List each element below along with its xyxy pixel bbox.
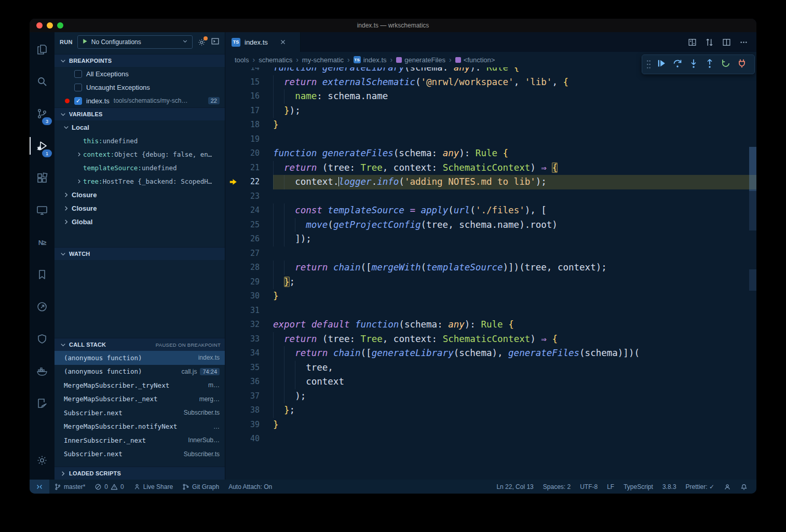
code-text[interactable]: return chain([generateLibrary(schema), g… bbox=[273, 346, 756, 361]
gutter[interactable]: 28 bbox=[225, 261, 273, 275]
code-text[interactable] bbox=[273, 189, 756, 204]
gutter[interactable]: 14 bbox=[225, 67, 273, 75]
checkbox[interactable] bbox=[74, 70, 82, 78]
variable-row[interactable]: templateSource: undefined bbox=[55, 161, 225, 174]
breadcrumb-item[interactable]: tools bbox=[235, 56, 249, 64]
breadcrumb-item[interactable]: my-schematic bbox=[302, 56, 344, 64]
debug-console-icon[interactable] bbox=[211, 37, 220, 47]
gutter[interactable]: 17 bbox=[225, 104, 273, 118]
activity-item-snippets[interactable] bbox=[30, 387, 55, 419]
section-header-watch[interactable]: WATCH bbox=[55, 247, 225, 260]
breakpoint-row[interactable]: Uncaught Exceptions bbox=[55, 80, 225, 94]
gutter[interactable]: 18 bbox=[225, 118, 273, 132]
gutter[interactable]: 27 bbox=[225, 247, 273, 261]
debug-config-dropdown[interactable]: No Configurations bbox=[77, 35, 193, 49]
call-stack-frame[interactable]: (anonymous function)index.ts bbox=[55, 351, 225, 365]
variable-row[interactable]: tree: HostTree {_backend: ScopedH… bbox=[55, 174, 225, 188]
breadcrumb-item[interactable]: <function> bbox=[455, 56, 495, 64]
section-header-loaded-scripts[interactable]: LOADED SCRIPTS bbox=[55, 467, 225, 480]
activity-item-docker[interactable] bbox=[30, 355, 55, 387]
titlebar[interactable]: index.ts — wrkschematics bbox=[30, 19, 756, 32]
code-text[interactable]: }); bbox=[273, 104, 756, 118]
activity-item-bookmarks[interactable] bbox=[30, 258, 55, 291]
checkbox[interactable] bbox=[74, 97, 82, 105]
zoom-window-button[interactable] bbox=[57, 22, 63, 29]
code-text[interactable] bbox=[273, 304, 756, 318]
activity-item-manage[interactable] bbox=[30, 444, 55, 476]
breadcrumb-item[interactable]: generateFiles bbox=[396, 56, 445, 64]
code-text[interactable]: }; bbox=[273, 403, 756, 418]
section-header-call-stack[interactable]: CALL STACK PAUSED ON BREAKPOINT bbox=[55, 338, 225, 351]
activity-item-extensions[interactable] bbox=[30, 162, 55, 194]
call-stack-frame[interactable]: MergeMapSubscriber.notifyNext… bbox=[55, 420, 225, 434]
code-text[interactable]: return externalSchematic('@nrwl/workspac… bbox=[273, 75, 756, 90]
gutter[interactable]: 29 bbox=[225, 275, 273, 290]
debug-current-line-arrow-icon[interactable] bbox=[225, 178, 241, 186]
gutter[interactable]: 35 bbox=[225, 361, 273, 375]
status-encoding[interactable]: UTF-8 bbox=[575, 480, 602, 494]
status-auto-attach[interactable]: Auto Attach: On bbox=[224, 480, 277, 494]
status-live-share[interactable]: Live Share bbox=[129, 480, 178, 494]
status-remote[interactable] bbox=[30, 480, 49, 494]
status-cursor-position[interactable]: Ln 22, Col 13 bbox=[492, 480, 538, 494]
code-text[interactable]: ); bbox=[273, 389, 756, 404]
call-stack-frame[interactable]: (anonymous function)call.js74:24 bbox=[55, 365, 225, 379]
gutter[interactable]: 16 bbox=[225, 89, 273, 104]
code-text[interactable]: return chain([mergeWith(templateSource)]… bbox=[273, 261, 756, 275]
gutter[interactable]: 31 bbox=[225, 304, 273, 318]
gutter[interactable]: 32 bbox=[225, 318, 273, 332]
code-text[interactable]: return (tree: Tree, context: SchematicCo… bbox=[273, 161, 756, 175]
variables-scope[interactable]: Closure bbox=[55, 201, 225, 215]
open-changes-icon[interactable] bbox=[688, 38, 697, 47]
code-text[interactable] bbox=[273, 247, 756, 261]
code-text[interactable]: tree, bbox=[273, 361, 756, 375]
code-text[interactable]: function generateFiles(schema: any): Rul… bbox=[273, 146, 756, 161]
activity-item-browser-preview[interactable] bbox=[30, 291, 55, 323]
tab-index-ts[interactable]: TS index.ts bbox=[225, 32, 301, 52]
status-git-graph[interactable]: Git Graph bbox=[178, 480, 224, 494]
section-header-breakpoints[interactable]: BREAKPOINTS bbox=[55, 54, 225, 67]
section-header-variables[interactable]: VARIABLES bbox=[55, 107, 225, 120]
gutter[interactable]: 30 bbox=[225, 289, 273, 304]
gutter[interactable]: 40 bbox=[225, 432, 273, 446]
code-text[interactable]: context.logger.info('adding NOTES.md to … bbox=[273, 175, 756, 189]
code-text[interactable] bbox=[273, 132, 756, 147]
gutter[interactable]: 34 bbox=[225, 346, 273, 361]
drag-handle-icon[interactable] bbox=[646, 59, 652, 70]
checkbox[interactable] bbox=[74, 84, 82, 91]
code-text[interactable] bbox=[273, 432, 756, 446]
call-stack-frame[interactable]: Subscriber.nextSubscriber.ts bbox=[55, 406, 225, 420]
code-text[interactable]: }; bbox=[273, 275, 756, 290]
gutter[interactable]: 23 bbox=[225, 189, 273, 204]
call-stack-frame[interactable]: MergeMapSubscriber._tryNextm… bbox=[55, 378, 225, 392]
continue-button[interactable] bbox=[655, 58, 668, 71]
status-indentation[interactable]: Spaces: 2 bbox=[538, 480, 575, 494]
code-text[interactable]: ]); bbox=[273, 232, 756, 247]
gutter[interactable]: 38 bbox=[225, 403, 273, 418]
step-out-button[interactable] bbox=[703, 58, 716, 71]
activity-item-explorer[interactable] bbox=[30, 33, 55, 65]
more-actions-icon[interactable] bbox=[739, 38, 748, 47]
status-notifications[interactable] bbox=[736, 480, 752, 494]
activity-item-search[interactable] bbox=[30, 65, 55, 98]
step-over-button[interactable] bbox=[671, 58, 684, 71]
code-text[interactable]: name: schema.name bbox=[273, 89, 756, 104]
split-editor-icon[interactable] bbox=[722, 38, 731, 47]
code-text[interactable]: move(getProjectConfig(tree, schema.name)… bbox=[273, 218, 756, 233]
close-tab-icon[interactable] bbox=[279, 38, 287, 46]
code-text[interactable]: const templateSource = apply(url('./file… bbox=[273, 203, 756, 218]
disconnect-button[interactable] bbox=[736, 58, 748, 71]
start-debugging-icon[interactable] bbox=[82, 38, 88, 46]
call-stack-frame[interactable]: MergeMapSubscriber._nextmerg… bbox=[55, 392, 225, 406]
restart-button[interactable] bbox=[720, 58, 732, 71]
code-text[interactable]: } bbox=[273, 118, 756, 132]
status-problems[interactable]: 00 bbox=[90, 480, 128, 494]
gutter[interactable]: 22 bbox=[225, 175, 273, 189]
call-stack-frame[interactable]: InnerSubscriber._nextInnerSub… bbox=[55, 433, 225, 447]
gutter[interactable]: 20 bbox=[225, 146, 273, 161]
variable-row[interactable]: context: Object {debug: false, en… bbox=[55, 147, 225, 161]
status-prettier[interactable]: Prettier: ✓ bbox=[681, 480, 719, 494]
code-text[interactable]: } bbox=[273, 289, 756, 304]
activity-item-security[interactable] bbox=[30, 323, 55, 355]
breakpoint-row[interactable]: All Exceptions bbox=[55, 67, 225, 80]
